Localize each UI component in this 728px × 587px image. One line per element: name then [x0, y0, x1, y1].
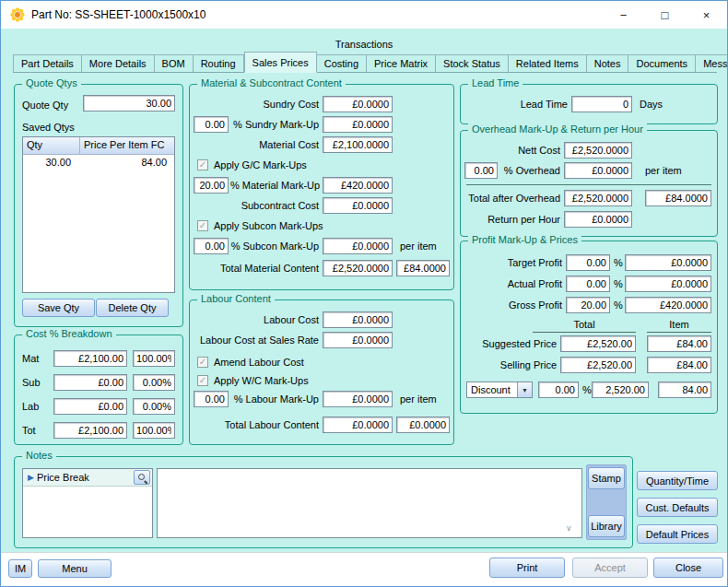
- labour-sales-rate-field[interactable]: [323, 332, 393, 348]
- return-per-hour-field[interactable]: [564, 211, 632, 228]
- cost-mat-amount-field[interactable]: [53, 350, 127, 367]
- target-profit-pct-field[interactable]: [566, 254, 610, 271]
- sundry-markup-pct-field[interactable]: [194, 116, 229, 133]
- actual-percent-sign: %: [614, 276, 623, 292]
- discount-select[interactable]: Discount ▼: [466, 382, 533, 398]
- price-break-item[interactable]: ▶ Price Break: [23, 469, 152, 487]
- tab-more-details[interactable]: More Details: [82, 54, 155, 72]
- notes-category-list: ▶ Price Break: [22, 468, 153, 538]
- overhead-pct-label: % Overhead: [501, 162, 560, 179]
- tab-costing[interactable]: Costing: [317, 54, 367, 72]
- cost-tot-amount-field[interactable]: [53, 422, 127, 439]
- tab-notes[interactable]: Notes: [587, 54, 629, 72]
- overhead-per-item-label: per item: [645, 162, 682, 179]
- im-button[interactable]: IM: [8, 559, 32, 578]
- tab-routing[interactable]: Routing: [194, 54, 244, 72]
- total-overhead-item-field[interactable]: [645, 190, 711, 206]
- cost-lab-amount-field[interactable]: [53, 398, 127, 415]
- table-row[interactable]: 30.00 84.00: [23, 155, 174, 170]
- title-bar: Part No: SS-SHEET-1000x1500x10 − □ ×: [1, 1, 727, 29]
- gross-profit-amount-field[interactable]: [625, 297, 711, 313]
- gross-profit-pct-field[interactable]: [566, 297, 610, 313]
- amend-labour-checkbox[interactable]: ✓: [197, 357, 208, 368]
- minimize-icon[interactable]: −: [603, 1, 644, 29]
- delete-qty-button[interactable]: Delete Qty: [96, 299, 169, 317]
- material-subcontract-group: Material & Subcontract Content Sundry Co…: [189, 84, 454, 290]
- cost-tot-pct-field[interactable]: [133, 422, 175, 439]
- tab-bom[interactable]: BOM: [155, 54, 194, 72]
- labour-markup-pct-field[interactable]: [194, 391, 229, 407]
- close-action-button[interactable]: Close: [653, 558, 723, 578]
- tab-strip: Part Details More Details BOM Routing Sa…: [13, 53, 717, 73]
- column-price-per-item[interactable]: Price Per Item FC: [80, 137, 174, 154]
- notes-textarea[interactable]: [157, 468, 582, 538]
- total-labour-item-field[interactable]: [396, 417, 450, 433]
- quantity-time-button[interactable]: Quantity/Time: [637, 471, 718, 490]
- tab-messages[interactable]: Messages: [696, 54, 728, 72]
- cost-sub-pct-field[interactable]: [133, 374, 175, 391]
- material-markup-field[interactable]: [323, 177, 393, 194]
- subcontract-cost-field[interactable]: [323, 197, 393, 214]
- notes-list-body[interactable]: [23, 487, 152, 537]
- print-button[interactable]: Print: [489, 558, 565, 578]
- subcon-markup-field[interactable]: [323, 238, 393, 254]
- suggested-price-item-field[interactable]: [647, 335, 711, 352]
- cost-mat-pct-field[interactable]: [133, 350, 175, 367]
- selling-price-total-field[interactable]: [560, 357, 636, 373]
- actual-profit-label: Actual Profit: [461, 276, 562, 292]
- maximize-icon[interactable]: □: [644, 1, 686, 29]
- total-overhead-field[interactable]: [564, 190, 632, 206]
- apply-subcon-checkbox[interactable]: ✓: [197, 220, 208, 231]
- total-labour-field[interactable]: [323, 417, 393, 433]
- cost-sub-amount-field[interactable]: [53, 374, 127, 391]
- price-break-label: Price Break: [37, 472, 89, 483]
- sundry-markup-field[interactable]: [323, 116, 393, 133]
- subcon-markup-pct-field[interactable]: [194, 238, 229, 254]
- check-icon: ✓: [199, 358, 206, 367]
- discount-percent-sign: %: [582, 382, 592, 398]
- cost-breakdown-group: Cost % Breakdown Mat Sub Lab Tot: [14, 335, 183, 445]
- tab-related-items[interactable]: Related Items: [509, 54, 587, 72]
- material-markup-pct-field[interactable]: [194, 177, 229, 194]
- total-material-item-field[interactable]: [396, 260, 450, 276]
- apply-gc-checkbox[interactable]: ✓: [197, 159, 208, 170]
- overhead-group: Overhead Mark-Up & Return per Hour Nett …: [460, 130, 718, 237]
- sundry-cost-field[interactable]: [323, 96, 393, 112]
- discount-pct-field[interactable]: [538, 382, 579, 398]
- tab-stock-status[interactable]: Stock Status: [436, 54, 509, 72]
- lead-time-field[interactable]: [571, 96, 632, 112]
- tab-documents[interactable]: Documents: [628, 54, 696, 72]
- menu-button[interactable]: Menu: [38, 559, 112, 578]
- save-qty-button[interactable]: Save Qty: [22, 299, 95, 317]
- suggested-price-total-field[interactable]: [560, 335, 636, 352]
- labour-cost-field[interactable]: [323, 311, 393, 328]
- stamp-button[interactable]: Stamp: [588, 467, 625, 489]
- close-icon[interactable]: ×: [686, 1, 727, 29]
- cust-defaults-button[interactable]: Cust. Defaults: [637, 498, 718, 517]
- discount-total-field[interactable]: [592, 382, 649, 398]
- overhead-amount-field[interactable]: [564, 162, 632, 179]
- apply-wc-checkbox[interactable]: ✓: [197, 375, 208, 386]
- discount-item-field[interactable]: [658, 382, 711, 398]
- column-qty[interactable]: Qty: [23, 137, 80, 154]
- actual-profit-amount-field[interactable]: [625, 276, 711, 292]
- nett-cost-field[interactable]: [564, 142, 632, 158]
- labour-markup-field[interactable]: [323, 391, 393, 407]
- quote-qty-label: Quote Qty: [22, 97, 68, 113]
- target-profit-amount-field[interactable]: [625, 254, 711, 271]
- tab-sales-prices[interactable]: Sales Prices: [244, 52, 317, 73]
- cost-lab-pct-field[interactable]: [133, 398, 175, 415]
- tab-price-matrix[interactable]: Price Matrix: [367, 54, 436, 72]
- tab-part-details[interactable]: Part Details: [13, 54, 82, 72]
- overhead-pct-field[interactable]: [464, 162, 498, 179]
- selling-price-item-field[interactable]: [647, 357, 711, 373]
- library-button[interactable]: Library: [588, 515, 625, 537]
- quote-qty-input[interactable]: [83, 95, 175, 112]
- default-prices-button[interactable]: Default Prices: [637, 524, 718, 544]
- overhead-separator: [466, 184, 711, 185]
- chevron-down-icon[interactable]: ▼: [517, 382, 532, 397]
- total-material-field[interactable]: [323, 260, 393, 276]
- actual-profit-pct-field[interactable]: [566, 276, 610, 292]
- material-cost-field[interactable]: [323, 136, 393, 153]
- search-icon-button[interactable]: [134, 470, 150, 485]
